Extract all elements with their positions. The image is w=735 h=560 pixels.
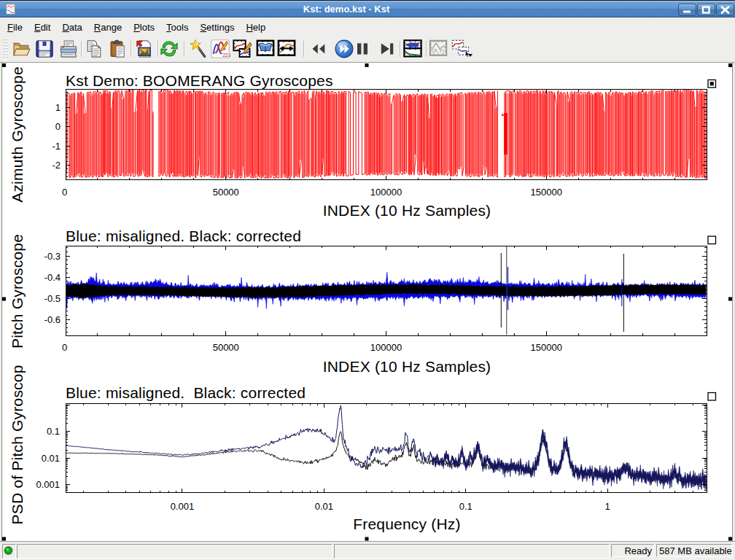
svg-text:0: 0 [55,121,61,132]
svg-text:INDEX (10 Hz Samples): INDEX (10 Hz Samples) [323,358,491,375]
svg-text:Blue: misaligned. Black: corre: Blue: misaligned. Black: corrected [66,228,301,244]
svg-text:Blue: misaligned. Black: corr: Blue: misaligned. Black: corrected [66,384,306,401]
svg-text:100000: 100000 [370,342,402,353]
svg-text:-1: -1 [52,141,61,152]
svg-text:0.1: 0.1 [47,426,60,437]
svg-text:50000: 50000 [213,187,239,198]
svg-text:150000: 150000 [531,187,562,198]
svg-text:Frequency (Hz): Frequency (Hz) [353,516,461,532]
svg-text:0.01: 0.01 [315,501,333,512]
svg-text:1: 1 [604,501,610,512]
svg-text:50000: 50000 [213,342,239,353]
svg-text:-0.3: -0.3 [44,251,61,262]
svg-text:22.8: 22.8 [223,52,231,58]
svg-text:Azimuth Gyroscope: Azimuth Gyroscope [9,66,26,203]
svg-text:0: 0 [62,187,67,198]
svg-text:Pitch Gyroscope: Pitch Gyroscope [9,234,26,349]
svg-text:-2: -2 [52,160,61,171]
svg-text:-0.5: -0.5 [44,293,61,304]
svg-text:1: 1 [55,102,61,113]
svg-text:-0.4: -0.4 [44,272,61,283]
svg-text:-0.6: -0.6 [44,314,61,325]
svg-text:Kst Demo: BOOMERANG Gyroscopes: Kst Demo: BOOMERANG Gyroscopes [66,72,333,89]
svg-text:INDEX (10 Hz Samples): INDEX (10 Hz Samples) [323,202,491,219]
svg-text:(X,Y): (X,Y) [432,48,444,54]
svg-text:0.001: 0.001 [36,479,60,490]
svg-text:0.001: 0.001 [171,501,195,512]
svg-text:0: 0 [62,342,67,353]
svg-text:150000: 150000 [531,342,562,353]
svg-text:PSD of Pitch Gyroscope: PSD of Pitch Gyroscope [9,357,26,525]
svg-text:0.1: 0.1 [459,501,472,512]
svg-text:0.01: 0.01 [42,453,60,464]
svg-text:100000: 100000 [370,187,402,198]
